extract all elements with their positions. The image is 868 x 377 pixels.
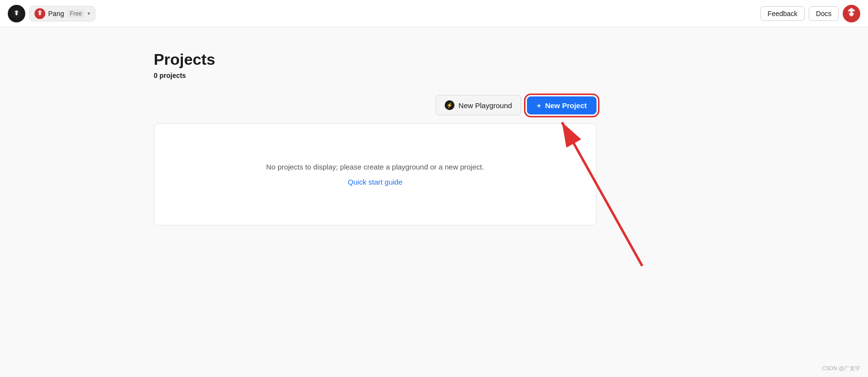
user-badge[interactable]: Pang Free ▾: [29, 6, 95, 21]
feedback-button[interactable]: Feedback: [760, 6, 805, 21]
actions-row: ⚡ New Playground + New Project: [154, 95, 597, 115]
new-project-label: New Project: [545, 101, 587, 110]
empty-state-card: No projects to display; please create a …: [154, 123, 597, 226]
page-title: Projects: [154, 51, 868, 69]
svg-point-8: [852, 11, 854, 13]
main-content: Projects 0 projects ⚡ New Playground + N…: [0, 27, 868, 226]
plus-icon: +: [537, 101, 541, 110]
user-name: Pang: [48, 10, 64, 18]
navbar-left: Pang Free ▾: [8, 5, 95, 22]
user-avatar-nav[interactable]: [843, 5, 860, 22]
projects-count-number: 0: [154, 72, 158, 79]
svg-point-4: [38, 12, 39, 13]
chevron-down-icon: ▾: [88, 11, 90, 16]
svg-point-1: [15, 12, 16, 13]
navbar: Pang Free ▾ Feedback Docs: [0, 0, 868, 27]
footer-watermark: CSDN @广龙宇: [822, 365, 860, 372]
docs-button[interactable]: Docs: [809, 6, 839, 21]
svg-point-5: [40, 12, 41, 13]
new-project-button[interactable]: + New Project: [527, 96, 597, 114]
quick-start-link[interactable]: Quick start guide: [348, 178, 403, 186]
user-plan-badge: Free: [67, 10, 85, 18]
projects-count: 0 projects: [154, 72, 868, 79]
projects-count-label: projects: [160, 72, 186, 79]
lightning-icon: ⚡: [445, 100, 454, 110]
empty-state-message: No projects to display; please create a …: [266, 163, 484, 171]
svg-point-2: [18, 12, 19, 13]
new-playground-button[interactable]: ⚡ New Playground: [435, 95, 521, 115]
new-playground-label: New Playground: [458, 101, 512, 110]
navbar-right: Feedback Docs: [760, 5, 860, 22]
app-logo[interactable]: [8, 5, 25, 22]
user-avatar-small: [35, 8, 45, 19]
svg-point-7: [849, 11, 850, 13]
